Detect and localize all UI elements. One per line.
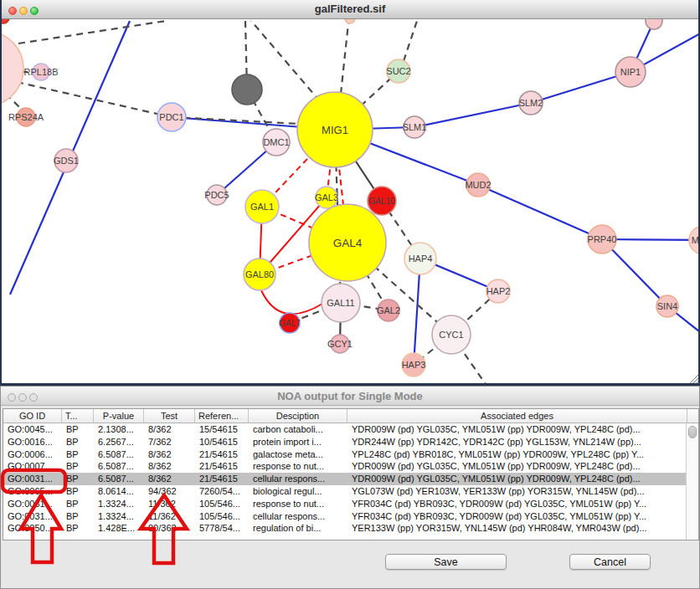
node-circle[interactable] xyxy=(2,31,23,106)
node-label: CYC1 xyxy=(439,330,463,340)
cancel-button[interactable]: Cancel xyxy=(569,554,651,570)
edge-stub-stub xyxy=(404,21,417,61)
node-HAP4[interactable]: HAP4 xyxy=(404,243,436,274)
node-MSL1[interactable]: MSL1 xyxy=(689,226,700,254)
table-cell: GO:0007... xyxy=(3,460,62,473)
node-MUD2[interactable]: MUD2 xyxy=(465,173,491,197)
network-window: RPL18BRPS24AGDS1PDC1DMC1PDC5MIG1SUC2SLM1… xyxy=(0,0,700,386)
vertical-scrollbar[interactable] xyxy=(686,423,698,540)
node-label: MSL1 xyxy=(692,235,700,245)
column-header-referen-[interactable]: Referen... xyxy=(195,409,249,423)
table-cell: BP xyxy=(62,436,94,448)
node-RPL18B[interactable]: RPL18B xyxy=(24,64,59,80)
node-label: HAP4 xyxy=(409,254,433,264)
table-row[interactable]: GO:0045...BP2.1308...8/36215/54615carbon… xyxy=(3,423,698,436)
node-label: PDC5 xyxy=(204,190,229,200)
resize-grip-icon[interactable] xyxy=(693,376,700,383)
node-GAL11[interactable]: GAL11 xyxy=(322,284,360,322)
table-cell: 15/54615 xyxy=(195,423,249,436)
resize-grip-icon[interactable] xyxy=(697,380,700,383)
column-header-desciption[interactable]: Desciption xyxy=(249,409,347,423)
table-row[interactable]: GO:0031...BP1.3324...11/362105/546...cel… xyxy=(3,510,698,523)
scrollbar-thumb[interactable] xyxy=(688,426,697,438)
node-SIN4[interactable]: SIN4 xyxy=(656,295,678,317)
table-row[interactable]: GO:0065...BP8.0614...94/3627260/54...bio… xyxy=(3,485,698,498)
noa-results-table: GO IDT...P-valueTestReferen...Desciption… xyxy=(3,408,699,540)
table-cell: BP xyxy=(62,473,94,485)
table-cell: 6.5087... xyxy=(94,473,144,485)
screen: RPL18BRPS24AGDS1PDC1DMC1PDC5MIG1SUC2SLM1… xyxy=(0,0,700,589)
table-row[interactable]: GO:0016...BP6.2567...7/36210/54615protei… xyxy=(3,436,698,448)
table-cell: BP xyxy=(62,485,94,498)
node-SLM2[interactable]: SLM2 xyxy=(519,91,543,115)
node-PRP40[interactable]: PRP40 xyxy=(588,225,617,254)
table-cell: 21/54615 xyxy=(195,448,249,461)
table-cell: 1.428E... xyxy=(94,522,144,535)
node-SLM1[interactable]: SLM1 xyxy=(403,116,427,138)
table-row[interactable]: GO:0006...BP6.5087...8/36221/54615galact… xyxy=(3,448,698,461)
table-cell: 8/362 xyxy=(144,460,195,473)
node-label: PRP40 xyxy=(588,234,617,244)
node-PDC1[interactable]: PDC1 xyxy=(157,103,186,131)
node-GAL1[interactable]: GAL1 xyxy=(245,190,279,223)
edge-MUD2-PRP40 xyxy=(478,185,602,239)
table-cell: 8/362 xyxy=(144,423,195,436)
edge-stub-stub xyxy=(261,290,322,314)
node-unlabeled[interactable] xyxy=(2,31,23,106)
table-row[interactable]: GO:0050...BP1.428E...80/3625778/54...reg… xyxy=(3,522,698,535)
table-row[interactable]: GO:0007...BP6.5087...8/36221/54615respon… xyxy=(3,460,698,473)
table-cell: GO:0006... xyxy=(3,448,62,461)
column-header-t-[interactable]: T... xyxy=(62,409,94,423)
node-GAL10[interactable]: GAL10 xyxy=(368,187,396,215)
table-cell: YGL073W (pd) YER103W, YER133W (pp) YOR31… xyxy=(347,485,687,498)
table-cell: YER133W (pp) YOR315W, YNL145W (pd) YHR08… xyxy=(347,522,687,535)
save-button[interactable]: Save xyxy=(385,554,507,570)
table-cell: GO:0031... xyxy=(3,498,62,510)
node-GCY1[interactable]: GCY1 xyxy=(327,335,353,353)
table-row[interactable]: GO:0031...BP1.3324...11/362105/546...res… xyxy=(3,498,698,510)
table-row[interactable]: GO:0031...BP6.5087...8/36221/54615cellul… xyxy=(3,473,698,485)
table-cell: 10/54615 xyxy=(195,436,249,448)
node-unlabeled[interactable] xyxy=(232,74,262,105)
table-cell: GO:0031... xyxy=(3,473,62,485)
node-label: GAL7 xyxy=(279,319,301,328)
table-cell: YFR034C (pd) YBR093C, YDR009W (pd) YGL03… xyxy=(347,498,687,510)
table-cell: GO:0050... xyxy=(3,522,62,535)
node-label: GAL2 xyxy=(377,305,400,315)
node-label: MIG1 xyxy=(322,124,348,136)
table-cell: 105/546... xyxy=(195,498,249,510)
column-header-p-value[interactable]: P-value xyxy=(94,409,144,423)
column-header-associated-edges[interactable]: Associated edges xyxy=(347,409,687,423)
node-GDS1[interactable]: GDS1 xyxy=(54,149,79,172)
column-header-go-id[interactable]: GO ID xyxy=(3,409,62,423)
node-CYC1[interactable]: CYC1 xyxy=(432,315,471,354)
node-label: SLM2 xyxy=(519,98,543,108)
table-cell: 6.2567... xyxy=(94,436,144,448)
node-HAP2[interactable]: HAP2 xyxy=(486,279,511,303)
node-MIG1[interactable]: MIG1 xyxy=(297,92,373,167)
table-cell: regulation of bi... xyxy=(249,522,347,535)
table-cell: BP xyxy=(62,423,94,436)
column-header-test[interactable]: Test xyxy=(144,409,195,423)
table-cell: YDR244W (pp) YDR142C, YDR142C (pp) YGL15… xyxy=(347,436,687,448)
node-SUC2[interactable]: SUC2 xyxy=(386,59,410,83)
table-cell: GO:0065... xyxy=(3,485,62,498)
node-RPS24A[interactable]: RPS24A xyxy=(8,108,44,126)
node-GAL7[interactable]: GAL7 xyxy=(279,313,301,333)
node-NIP1[interactable]: NIP1 xyxy=(615,57,646,87)
node-label: GAL4 xyxy=(333,237,363,249)
table-cell: biological regul... xyxy=(249,485,347,498)
node-GAL4[interactable]: GAL4 xyxy=(309,204,386,281)
table-cell: 7/362 xyxy=(144,436,195,448)
node-GAL3[interactable]: GAL3 xyxy=(315,187,338,208)
node-GAL80[interactable]: GAL80 xyxy=(244,259,275,290)
node-circle[interactable] xyxy=(232,74,262,105)
node-label: RPS24A xyxy=(8,112,44,122)
node-HAP3[interactable]: HAP3 xyxy=(402,353,426,376)
table-cell: 7260/54... xyxy=(195,485,249,498)
network-canvas[interactable]: RPL18BRPS24AGDS1PDC1DMC1PDC5MIG1SUC2SLM1… xyxy=(2,0,700,386)
node-GAL2[interactable]: GAL2 xyxy=(377,300,400,321)
node-label: GAL10 xyxy=(368,197,395,206)
table-cell: BP xyxy=(62,522,94,535)
node-DMC1[interactable]: DMC1 xyxy=(263,129,290,156)
